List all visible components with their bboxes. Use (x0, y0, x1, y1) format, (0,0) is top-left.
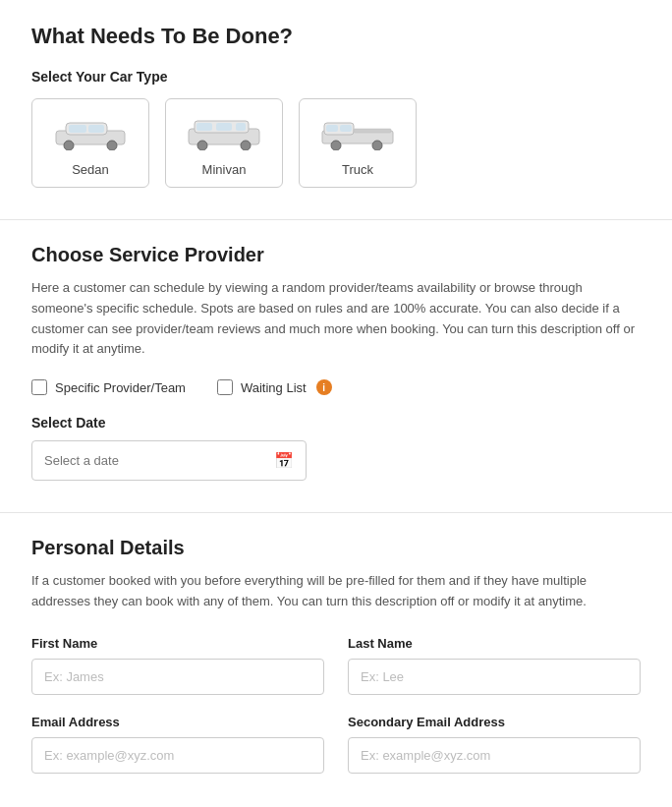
section1-title: What Needs To Be Done? (31, 24, 641, 49)
secondary-email-input[interactable] (348, 737, 641, 774)
svg-point-16 (331, 141, 341, 150)
service-provider-section: Choose Service Provider Here a customer … (0, 219, 672, 512)
waiting-list-label: Waiting List (241, 380, 307, 395)
truck-icon (318, 111, 397, 154)
name-row: First Name Last Name (31, 636, 641, 695)
date-input-wrapper[interactable]: 📅 (31, 440, 307, 481)
car-option-sedan[interactable]: Sedan (31, 98, 149, 188)
specific-provider-label: Specific Provider/Team (55, 380, 186, 395)
sedan-icon (51, 111, 130, 154)
svg-point-8 (197, 141, 207, 150)
car-options-container: Sedan Minivan (31, 98, 641, 188)
car-option-truck[interactable]: Truck (299, 98, 417, 188)
minivan-label: Minivan (202, 162, 247, 177)
secondary-email-group: Secondary Email Address (348, 715, 641, 774)
last-name-input[interactable] (348, 659, 641, 695)
first-name-label: First Name (31, 636, 324, 651)
svg-point-2 (64, 141, 74, 150)
specific-provider-checkbox-item[interactable]: Specific Provider/Team (31, 379, 186, 395)
waiting-list-checkbox[interactable] (217, 379, 233, 395)
first-name-input[interactable] (31, 659, 324, 695)
secondary-email-label: Secondary Email Address (348, 715, 641, 729)
email-row: Email Address Secondary Email Address (31, 715, 641, 774)
section3-description: If a customer booked with you before eve… (31, 571, 641, 612)
email-group: Email Address (31, 715, 324, 774)
svg-point-3 (107, 141, 117, 150)
checkbox-row: Specific Provider/Team Waiting List i (31, 379, 641, 395)
sedan-label: Sedan (72, 162, 109, 177)
select-date-label: Select Date (31, 415, 641, 431)
waiting-list-info-icon[interactable]: i (316, 379, 332, 395)
email-input[interactable] (31, 737, 324, 774)
svg-point-9 (241, 141, 251, 150)
svg-rect-10 (196, 123, 212, 131)
svg-point-17 (372, 141, 382, 150)
specific-provider-checkbox[interactable] (31, 379, 47, 395)
car-type-label: Select Your Car Type (31, 69, 641, 85)
truck-label: Truck (342, 162, 373, 177)
calendar-icon: 📅 (274, 451, 294, 470)
svg-rect-15 (354, 129, 391, 133)
svg-rect-11 (216, 123, 232, 131)
section2-description: Here a customer can schedule by viewing … (31, 278, 641, 360)
first-name-group: First Name (31, 636, 324, 695)
what-needs-section: What Needs To Be Done? Select Your Car T… (0, 0, 672, 219)
svg-rect-18 (326, 125, 338, 132)
svg-rect-5 (88, 125, 104, 133)
minivan-icon (185, 111, 263, 154)
svg-rect-19 (340, 125, 352, 132)
svg-rect-12 (236, 123, 246, 131)
email-label: Email Address (31, 715, 324, 729)
waiting-list-checkbox-item[interactable]: Waiting List i (217, 379, 332, 395)
section2-title: Choose Service Provider (31, 244, 641, 266)
last-name-label: Last Name (348, 636, 641, 651)
car-option-minivan[interactable]: Minivan (165, 98, 283, 188)
date-input[interactable] (44, 453, 274, 468)
svg-rect-4 (69, 125, 86, 133)
section3-title: Personal Details (31, 537, 641, 559)
personal-details-section: Personal Details If a customer booked wi… (0, 512, 672, 807)
last-name-group: Last Name (348, 636, 641, 695)
